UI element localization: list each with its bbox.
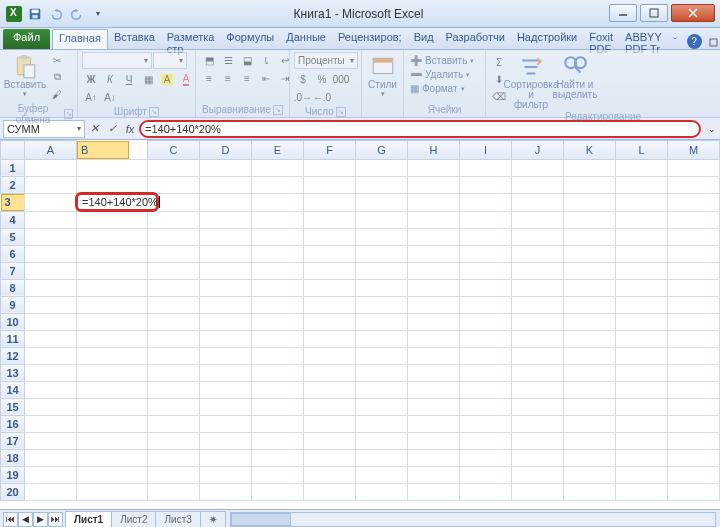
font-launcher[interactable]: ↘ bbox=[149, 107, 159, 117]
cell[interactable] bbox=[356, 347, 408, 364]
save-icon[interactable] bbox=[25, 4, 45, 24]
cell[interactable] bbox=[148, 415, 200, 432]
cells-insert-button[interactable]: ➕Вставить▾ bbox=[408, 54, 476, 67]
currency-icon[interactable]: $ bbox=[294, 71, 312, 87]
cell[interactable] bbox=[564, 466, 616, 483]
tab-layout[interactable]: Разметка стр bbox=[161, 29, 221, 49]
cell[interactable] bbox=[668, 296, 720, 313]
cell[interactable] bbox=[668, 228, 720, 245]
cell[interactable] bbox=[77, 466, 148, 483]
align-launcher[interactable]: ↘ bbox=[273, 105, 283, 115]
cell[interactable] bbox=[200, 483, 252, 500]
cell[interactable] bbox=[148, 483, 200, 500]
cell[interactable] bbox=[148, 296, 200, 313]
cell[interactable] bbox=[512, 176, 564, 193]
row-header[interactable]: 9 bbox=[1, 296, 25, 313]
cell[interactable] bbox=[200, 279, 252, 296]
cell[interactable] bbox=[564, 415, 616, 432]
sheet-nav-next-icon[interactable]: ▶ bbox=[33, 512, 48, 527]
cell[interactable] bbox=[77, 211, 148, 228]
cell[interactable] bbox=[200, 415, 252, 432]
align-right-icon[interactable]: ≡ bbox=[238, 70, 256, 86]
orientation-icon[interactable]: ⤹ bbox=[257, 52, 275, 68]
cell[interactable] bbox=[356, 159, 408, 176]
cell[interactable] bbox=[77, 415, 148, 432]
sheet-nav-prev-icon[interactable]: ◀ bbox=[18, 512, 33, 527]
cell[interactable] bbox=[356, 415, 408, 432]
cell[interactable] bbox=[564, 398, 616, 415]
cell[interactable] bbox=[356, 193, 408, 211]
cell[interactable] bbox=[668, 381, 720, 398]
number-launcher[interactable]: ↘ bbox=[336, 107, 346, 117]
cell[interactable] bbox=[77, 347, 148, 364]
cell[interactable] bbox=[304, 364, 356, 381]
font-name-select[interactable]: ▾ bbox=[82, 52, 152, 69]
col-header[interactable]: I bbox=[460, 141, 512, 160]
cell[interactable] bbox=[564, 245, 616, 262]
cell[interactable] bbox=[564, 159, 616, 176]
excel-app-icon[interactable] bbox=[4, 4, 24, 24]
cell[interactable] bbox=[460, 176, 512, 193]
cell[interactable] bbox=[512, 432, 564, 449]
cell[interactable] bbox=[408, 279, 460, 296]
cell[interactable] bbox=[460, 245, 512, 262]
cell[interactable] bbox=[25, 415, 77, 432]
col-header[interactable]: H bbox=[408, 141, 460, 160]
cell[interactable] bbox=[668, 347, 720, 364]
cell[interactable] bbox=[200, 159, 252, 176]
cell[interactable] bbox=[25, 159, 77, 176]
cell[interactable] bbox=[512, 296, 564, 313]
horizontal-scrollbar[interactable] bbox=[230, 512, 716, 527]
cell[interactable] bbox=[668, 211, 720, 228]
tab-developer[interactable]: Разработчи bbox=[440, 29, 511, 49]
cell[interactable] bbox=[148, 432, 200, 449]
col-header[interactable]: A bbox=[25, 141, 77, 160]
cell[interactable] bbox=[564, 381, 616, 398]
cell[interactable] bbox=[304, 466, 356, 483]
cell[interactable] bbox=[77, 449, 148, 466]
cell[interactable] bbox=[512, 415, 564, 432]
cell[interactable] bbox=[252, 159, 304, 176]
cell[interactable] bbox=[460, 415, 512, 432]
cell[interactable] bbox=[252, 449, 304, 466]
cell[interactable] bbox=[252, 262, 304, 279]
cell[interactable] bbox=[148, 330, 200, 347]
cell[interactable] bbox=[564, 449, 616, 466]
cell[interactable] bbox=[460, 432, 512, 449]
cell[interactable] bbox=[616, 449, 668, 466]
cell[interactable] bbox=[616, 432, 668, 449]
cell[interactable] bbox=[460, 364, 512, 381]
cell[interactable] bbox=[564, 347, 616, 364]
cell[interactable] bbox=[148, 159, 200, 176]
cell[interactable] bbox=[408, 296, 460, 313]
row-header[interactable]: 19 bbox=[1, 466, 25, 483]
cell[interactable] bbox=[616, 330, 668, 347]
cell[interactable] bbox=[512, 313, 564, 330]
cell[interactable] bbox=[668, 176, 720, 193]
cell[interactable] bbox=[460, 466, 512, 483]
minimize-ribbon-icon[interactable]: ˇ bbox=[668, 34, 683, 49]
cell[interactable] bbox=[148, 381, 200, 398]
row-header[interactable]: 2 bbox=[1, 176, 25, 193]
cell[interactable] bbox=[356, 279, 408, 296]
cell[interactable] bbox=[304, 347, 356, 364]
cell[interactable] bbox=[252, 176, 304, 193]
cell[interactable] bbox=[616, 398, 668, 415]
cell[interactable] bbox=[148, 313, 200, 330]
cell[interactable] bbox=[512, 483, 564, 500]
cell[interactable] bbox=[512, 262, 564, 279]
paste-button[interactable]: Вставить ▾ bbox=[4, 52, 46, 98]
cell[interactable] bbox=[25, 193, 77, 211]
cell[interactable] bbox=[77, 228, 148, 245]
cell[interactable] bbox=[148, 279, 200, 296]
italic-icon[interactable]: К bbox=[101, 71, 119, 87]
cell[interactable] bbox=[200, 211, 252, 228]
cell[interactable] bbox=[564, 176, 616, 193]
file-tab[interactable]: Файл bbox=[3, 29, 50, 49]
cell[interactable] bbox=[408, 415, 460, 432]
percent-icon[interactable]: % bbox=[313, 71, 331, 87]
cell[interactable] bbox=[200, 193, 252, 211]
cell[interactable] bbox=[252, 364, 304, 381]
tab-addins[interactable]: Надстройки bbox=[511, 29, 583, 49]
row-header[interactable]: 16 bbox=[1, 415, 25, 432]
